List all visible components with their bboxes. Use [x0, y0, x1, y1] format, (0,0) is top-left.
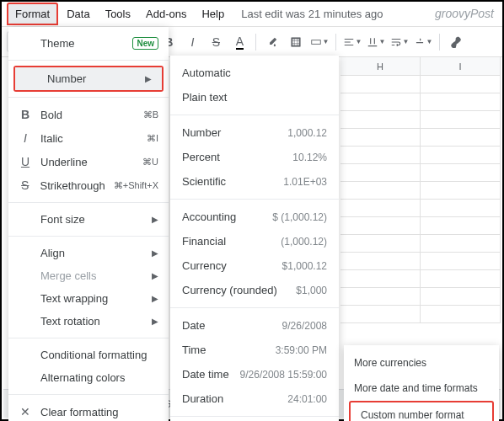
example: 24:01:00 — [287, 393, 327, 405]
submenu-duration[interactable]: Duration24:01:00 — [170, 386, 339, 411]
strikethrough-icon[interactable]: S — [206, 33, 225, 51]
menu-addons[interactable]: Add-ons — [139, 4, 193, 24]
example: 9/26/2008 15:59:00 — [240, 369, 327, 381]
menu-item-strikethrough[interactable]: SStrikethrough⌘+Shift+X — [8, 173, 169, 197]
label: Number — [182, 126, 287, 139]
menu-item-align[interactable]: Align▶ — [8, 242, 169, 264]
label: Merge cells — [40, 269, 143, 282]
submenu-time[interactable]: Time3:59:00 PM — [170, 338, 339, 362]
submenu-plaintext[interactable]: Plain text — [170, 85, 339, 109]
wrap-icon[interactable]: ▼ — [390, 33, 409, 51]
label: Accounting — [182, 210, 272, 223]
submenu-scientific[interactable]: Scientific1.01E+03 — [170, 169, 339, 194]
example: $ (1,000.12) — [272, 211, 327, 223]
menu-item-number[interactable]: Number▶ — [15, 67, 162, 90]
svg-rect-0 — [312, 40, 321, 44]
submenu-date[interactable]: Date9/26/2008 — [170, 313, 339, 338]
label: Text wrapping — [40, 292, 143, 305]
rotate-icon[interactable]: ▼ — [414, 33, 432, 51]
label: Automatic — [182, 67, 327, 79]
menu-item-rotation[interactable]: Text rotation▶ — [8, 310, 169, 333]
label: Plain text — [182, 91, 327, 104]
example: 3:59:00 PM — [276, 344, 327, 356]
watermark: groovyPost — [435, 7, 494, 20]
format-dropdown: Theme New Number▶ BBold⌘B IItalic⌘I UUnd… — [8, 27, 169, 421]
submenu-accounting[interactable]: Accounting$ (1,000.12) — [170, 205, 339, 229]
shortcut: ⌘+Shift+X — [114, 180, 158, 191]
menu-help[interactable]: Help — [195, 4, 231, 24]
submenu-number[interactable]: Number1,000.12 — [170, 120, 339, 145]
example: 1,000.12 — [287, 127, 327, 139]
valign-icon[interactable]: ▼ — [367, 33, 385, 51]
menubar: Format Data Tools Add-ons Help Last edit… — [2, 2, 502, 27]
chevron-right-icon: ▶ — [152, 271, 158, 280]
menu-item-conditional[interactable]: Conditional formatting — [8, 344, 169, 366]
label: Duration — [182, 392, 287, 405]
label: Underline — [40, 156, 134, 168]
label: Clear formatting — [40, 406, 158, 418]
menu-item-merge: Merge cells▶ — [8, 264, 169, 287]
example: $1,000 — [296, 285, 327, 296]
menu-item-wrap[interactable]: Text wrapping▶ — [8, 287, 169, 310]
submenu-financial[interactable]: Financial(1,000.12) — [170, 229, 339, 253]
last-edit-info: Last edit was 21 minutes ago — [241, 8, 383, 20]
submenu-currency[interactable]: Currency$1,000.12 — [170, 253, 339, 278]
italic-icon[interactable]: I — [183, 33, 201, 51]
borders-icon[interactable] — [287, 33, 305, 51]
example: 10.12% — [292, 152, 327, 163]
menu-item-underline[interactable]: UUnderline⌘U — [8, 150, 169, 173]
chevron-right-icon: ▶ — [152, 215, 158, 224]
label: Scientific — [182, 175, 283, 188]
menu-item-theme[interactable]: Theme New — [8, 32, 169, 55]
label: Strikethrough — [40, 179, 105, 192]
text-color-icon[interactable]: A — [230, 33, 249, 51]
submenu-currency-rounded[interactable]: Currency (rounded)$1,000 — [170, 278, 339, 302]
label: Currency — [182, 259, 282, 272]
label: Font size — [40, 213, 143, 226]
merge-icon[interactable]: ▼ — [310, 33, 329, 51]
clear-icon: ✕ — [19, 405, 32, 418]
menu-tools[interactable]: Tools — [99, 4, 137, 24]
menu-item-italic[interactable]: IItalic⌘I — [8, 126, 169, 150]
label: Alternating colors — [40, 371, 158, 384]
label: Date time — [182, 368, 240, 381]
spreadsheet-grid[interactable] — [340, 76, 501, 386]
label: Theme — [40, 37, 124, 50]
label: Conditional formatting — [40, 349, 158, 361]
link-icon[interactable] — [447, 33, 465, 51]
menu-item-altcolors[interactable]: Alternating colors — [8, 366, 169, 389]
submenu2-more-datetime[interactable]: More date and time formats — [344, 376, 499, 401]
shortcut: ⌘B — [143, 109, 158, 120]
submenu2-custom-number[interactable]: Custom number format — [351, 402, 492, 421]
example: (1,000.12) — [281, 236, 327, 248]
label: Currency (rounded) — [182, 284, 296, 296]
submenu2-more-currencies[interactable]: More currencies — [344, 350, 499, 376]
fill-color-icon[interactable] — [263, 33, 281, 51]
submenu-percent[interactable]: Percent10.12% — [170, 145, 339, 169]
col-header[interactable]: I — [421, 57, 501, 75]
example: 1.01E+03 — [283, 176, 327, 188]
menu-item-bold[interactable]: BBold⌘B — [8, 103, 169, 126]
example: 9/26/2008 — [282, 320, 327, 332]
shortcut: ⌘U — [142, 157, 158, 168]
label: Bold — [40, 109, 135, 121]
col-header[interactable]: H — [340, 57, 421, 75]
submenu-datetime[interactable]: Date time9/26/2008 15:59:00 — [170, 362, 339, 386]
chevron-right-icon: ▶ — [152, 294, 158, 303]
label: Time — [182, 344, 276, 356]
menu-data[interactable]: Data — [60, 4, 96, 24]
menu-item-fontsize[interactable]: Font size▶ — [8, 208, 169, 231]
menu-format[interactable]: Format — [7, 3, 58, 25]
label: Italic — [40, 132, 138, 145]
column-headers: H I — [340, 57, 501, 76]
label: Text rotation — [40, 315, 143, 328]
label: Number — [47, 72, 137, 85]
label: Align — [40, 247, 143, 259]
example: $1,000.12 — [282, 260, 327, 272]
label: Financial — [182, 235, 281, 248]
menu-item-clear[interactable]: ✕Clear formatting — [8, 400, 169, 421]
submenu-automatic[interactable]: Automatic — [170, 61, 339, 85]
chevron-right-icon: ▶ — [152, 248, 158, 258]
label: Date — [182, 319, 282, 332]
halign-icon[interactable]: ▼ — [343, 33, 362, 51]
